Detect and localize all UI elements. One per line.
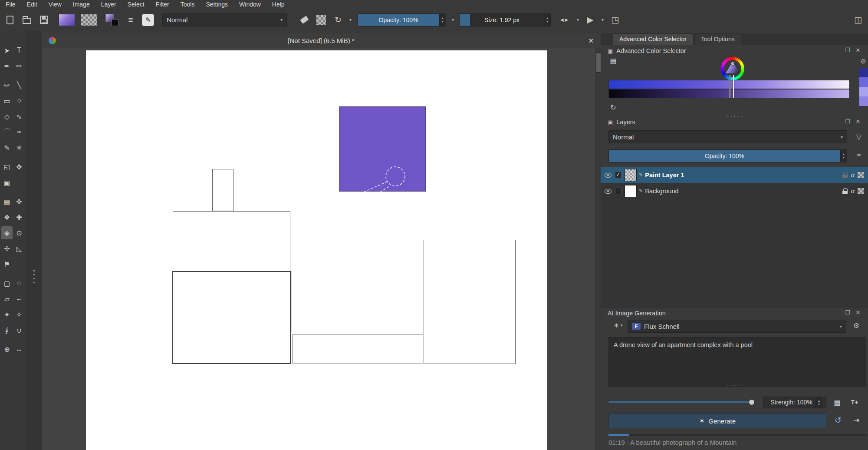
- text-tool[interactable]: T: [13, 44, 25, 57]
- layer-visibility-icon[interactable]: [604, 187, 612, 195]
- docker-pin-icon[interactable]: ▣: [608, 119, 613, 126]
- opacity-slider[interactable]: Opacity: 100% ▲ ▼: [357, 13, 446, 26]
- layer-row[interactable]: ✎Paint Layer 1α: [601, 167, 868, 183]
- layer-lock-icon[interactable]: [842, 188, 848, 195]
- layer-blending-mode-select[interactable]: Normal ▾: [608, 130, 847, 143]
- spin-up-icon[interactable]: ▲: [440, 17, 446, 20]
- mirror-horizontal-button[interactable]: ◄►: [556, 14, 571, 26]
- line-tool[interactable]: ╲: [13, 79, 25, 92]
- alpha-lock-icon[interactable]: α: [851, 171, 855, 179]
- splitter-handle-icon[interactable]: [33, 270, 35, 286]
- add-text-layer-button[interactable]: T+: [850, 397, 859, 407]
- assistants-tool[interactable]: ✢: [1, 242, 13, 255]
- apply-result-button[interactable]: ⇥: [852, 415, 861, 425]
- measure-tool[interactable]: ◺: [13, 242, 25, 255]
- reload-preset-button[interactable]: ↻: [332, 14, 344, 26]
- layers-menu-icon[interactable]: ≡: [854, 151, 864, 161]
- layer-filter-icon[interactable]: ▽: [854, 132, 864, 141]
- layer-checkbox[interactable]: [615, 188, 621, 194]
- gradient-tool[interactable]: ▦: [1, 195, 13, 208]
- no-color-button[interactable]: ⊘: [858, 56, 868, 66]
- crop-tool[interactable]: ▣: [1, 176, 13, 189]
- new-document-button[interactable]: [4, 14, 16, 26]
- menu-select[interactable]: Select: [122, 0, 150, 8]
- color-history-swatch[interactable]: [859, 77, 868, 87]
- strength-slider[interactable]: [608, 401, 753, 403]
- spin-up-icon[interactable]: ▲: [544, 17, 550, 20]
- fill-tool[interactable]: ◈: [1, 226, 13, 239]
- freehand-select-tool[interactable]: ∽: [13, 292, 25, 305]
- spin-down-icon[interactable]: ▼: [440, 20, 446, 23]
- rectangular-select-tool[interactable]: ▢: [1, 277, 13, 290]
- pattern-chooser-button[interactable]: [81, 14, 97, 26]
- alpha-lock-icon[interactable]: α: [851, 187, 855, 195]
- color-history-swatch[interactable]: [859, 96, 868, 106]
- multibrush-tool[interactable]: ✳: [13, 141, 25, 154]
- color-sampler-tool[interactable]: ✜: [13, 195, 25, 208]
- spin-up-icon[interactable]: ▲: [816, 399, 822, 403]
- refresh-colors-button[interactable]: ↻: [608, 103, 618, 112]
- layer-opacity-slider[interactable]: Opacity: 100% ▲ ▼: [608, 149, 847, 162]
- generate-button[interactable]: ✶ Generate: [608, 414, 826, 428]
- color-history-swatch[interactable]: [859, 87, 868, 96]
- spin-down-icon[interactable]: ▼: [841, 156, 847, 159]
- brush-settings-button[interactable]: ≡: [125, 14, 136, 26]
- strength-spin-buttons[interactable]: ▲ ▼: [815, 397, 822, 408]
- menu-edit[interactable]: Edit: [21, 0, 43, 8]
- smart-patch-tool[interactable]: ✚: [13, 211, 25, 224]
- add-control-layer-button[interactable]: ▤: [832, 397, 842, 407]
- trim-to-image-button[interactable]: ◳: [609, 14, 621, 26]
- float-docker-icon[interactable]: ❐: [844, 309, 852, 317]
- blending-mode-select[interactable]: Normal ▾: [162, 13, 287, 26]
- strength-spinbox[interactable]: Strength: 100% ▲ ▼: [763, 397, 826, 408]
- menu-filter[interactable]: Filter: [150, 0, 175, 8]
- transform-tool[interactable]: ◱: [1, 160, 13, 173]
- bezier-curve-tool[interactable]: ⌒: [1, 126, 13, 139]
- polygon-tool[interactable]: ◇: [1, 110, 13, 123]
- menu-view[interactable]: View: [43, 0, 67, 8]
- polygonal-select-tool[interactable]: ▱: [1, 292, 13, 305]
- close-docker-icon[interactable]: ✕: [854, 46, 862, 54]
- float-docker-icon[interactable]: ❐: [844, 118, 852, 126]
- wrap-around-mode-button[interactable]: ▶: [585, 14, 596, 26]
- dynamic-brush-tool[interactable]: ✎: [1, 141, 13, 154]
- layer-row[interactable]: ✎Backgroundα: [601, 183, 868, 199]
- menu-image[interactable]: Image: [67, 0, 95, 8]
- preserve-alpha-button[interactable]: [316, 14, 327, 26]
- foreground-background-colors[interactable]: [105, 13, 119, 26]
- open-document-button[interactable]: [21, 14, 33, 26]
- inherit-alpha-icon[interactable]: [858, 172, 864, 178]
- layer-visibility-icon[interactable]: [604, 171, 612, 179]
- docker-pin-icon[interactable]: ▣: [608, 48, 613, 54]
- freehand-path-tool[interactable]: ≈: [13, 126, 25, 139]
- spin-down-icon[interactable]: ▼: [816, 403, 822, 406]
- background-color-swatch[interactable]: [112, 19, 118, 26]
- menu-layer[interactable]: Layer: [95, 0, 122, 8]
- menu-file[interactable]: File: [0, 0, 21, 8]
- strength-slider-handle[interactable]: [749, 399, 755, 405]
- layer-checkbox[interactable]: [615, 172, 621, 178]
- vertical-scrollbar[interactable]: [595, 48, 601, 450]
- elliptical-select-tool[interactable]: ◌: [13, 277, 25, 290]
- reference-images-tool[interactable]: ⚑: [1, 258, 13, 271]
- calligraphy-tool[interactable]: ✑: [13, 60, 25, 73]
- edit-shapes-tool[interactable]: ✒: [1, 60, 13, 73]
- enclose-fill-tool[interactable]: ⊙: [13, 226, 25, 239]
- zoom-tool[interactable]: ⊕: [1, 343, 13, 356]
- ai-settings-button[interactable]: ⚙: [852, 321, 861, 330]
- chevron-down-icon[interactable]: ▾: [349, 17, 352, 22]
- layer-opacity-spin-buttons[interactable]: ▲ ▼: [840, 150, 847, 162]
- tab-advanced-color-selector[interactable]: Advanced Color Selector: [613, 33, 693, 45]
- freehand-brush-tool[interactable]: ✏: [1, 79, 13, 92]
- polyline-tool[interactable]: ∿: [13, 110, 25, 123]
- contiguous-select-tool[interactable]: ✦: [1, 308, 13, 321]
- pattern-edit-tool[interactable]: ❖: [1, 211, 13, 224]
- bezier-select-tool[interactable]: ∮: [1, 324, 13, 337]
- chevron-down-icon[interactable]: ▾: [452, 17, 454, 22]
- gradient-chooser-button[interactable]: [59, 14, 75, 26]
- color-selector-settings-button[interactable]: ▤: [608, 56, 618, 65]
- similar-color-select-tool[interactable]: ✧: [13, 308, 25, 321]
- menu-settings[interactable]: Settings: [200, 0, 233, 8]
- dock-splitter[interactable]: [26, 31, 42, 450]
- brush-size-slider[interactable]: Size: 1.92 px ▲ ▼: [460, 13, 551, 26]
